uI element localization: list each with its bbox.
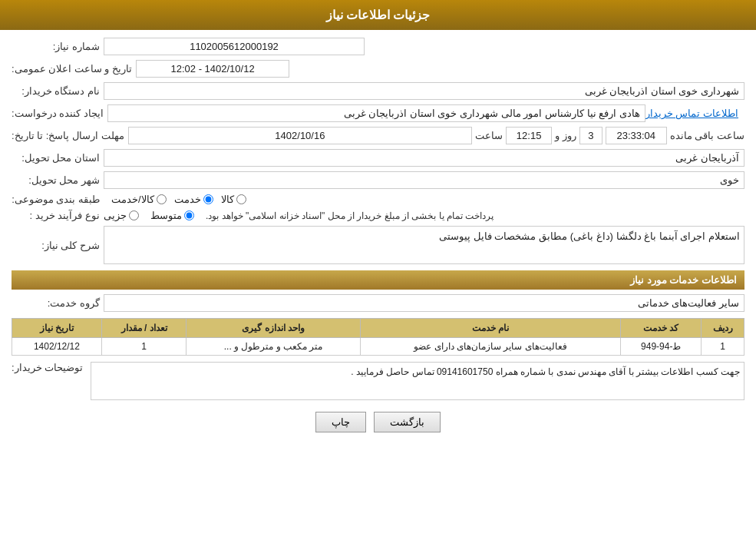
nooe-farayand-row: نوع فرآیند خرید : جزیی متوسط پرداخت تمام… bbox=[12, 210, 744, 221]
mohlat-date-value: 1402/10/16 bbox=[128, 127, 472, 144]
tabaqe-kala-khadamat-radio[interactable] bbox=[157, 194, 167, 204]
buyer-notes-label: توضیحات خریدار: bbox=[12, 362, 87, 373]
ijad-konande-value: هادی ارفع نیا کارشناس امور مالی شهرداری … bbox=[107, 104, 645, 122]
shahr-label: شهر محل تحویل: bbox=[12, 174, 104, 186]
page-title: جزئیات اطلاعات نیاز bbox=[326, 8, 431, 22]
sharh-label: شرح کلی نیاز: bbox=[12, 240, 104, 251]
nam-dastgah-label: نام دستگاه خریدار: bbox=[12, 85, 104, 97]
ostan-row: استان محل تحویل: آذربایجان غربی bbox=[12, 149, 744, 167]
bazgasht-button[interactable]: بازگشت bbox=[374, 412, 441, 432]
shomara-niaz-label: شماره نیاز: bbox=[12, 41, 104, 52]
page-header: جزئیات اطلاعات نیاز bbox=[0, 0, 756, 30]
ijad-konande-label: ایجاد کننده درخواست: bbox=[12, 108, 107, 119]
col-radif: ردیف bbox=[702, 319, 744, 338]
ettelaat-header: اطلاعات خدمات مورد نیاز bbox=[12, 270, 744, 290]
ostan-value: آذربایجان غربی bbox=[104, 149, 744, 167]
baqi-mande-label: ساعت باقی مانده bbox=[670, 130, 744, 141]
button-row: بازگشت چاپ bbox=[12, 412, 744, 432]
tabaqe-kala-radio[interactable] bbox=[236, 194, 246, 204]
sharh-value: استعلام اجرای آبنما باغ دلگشا (داغ باغی)… bbox=[104, 226, 744, 264]
col-code: کد خدمت bbox=[621, 319, 702, 338]
nooe-jozyi-option[interactable]: جزیی bbox=[104, 210, 139, 221]
col-name: نام خدمت bbox=[360, 319, 621, 338]
table-cell-radif: 1 bbox=[702, 338, 744, 356]
tabaqe-row: طبقه بندی موضوعی: کالا/خدمت خدمت کالا bbox=[12, 194, 744, 205]
nooe-mottaset-option[interactable]: متوسط bbox=[150, 210, 194, 221]
table-cell-name: فعالیت‌های سایر سازمان‌های دارای عضو bbox=[360, 338, 621, 356]
tarikhe-elan-row: تاریخ و ساعت اعلان عمومی: 1402/10/12 - 1… bbox=[12, 60, 744, 78]
nam-dastgah-row: نام دستگاه خریدار: شهرداری خوی استان اذر… bbox=[12, 82, 744, 100]
col-vahed: واحد اندازه گیری bbox=[187, 319, 361, 338]
col-tedad: تعداد / مقدار bbox=[101, 319, 186, 338]
baqi-mande-value: 23:33:04 bbox=[606, 127, 667, 144]
nooe-jozyi-radio[interactable] bbox=[129, 210, 139, 220]
mohlat-roz-label: روز و bbox=[555, 130, 576, 141]
shomara-niaz-row: شماره نیاز: 1102005612000192 bbox=[12, 38, 744, 55]
mohlat-label: مهلت ارسال پاسخ: تا تاریخ: bbox=[12, 130, 128, 141]
nooe-farayand-label: نوع فرآیند خرید : bbox=[12, 210, 104, 221]
nam-dastgah-value: شهرداری خوی استان اذربایجان غربی bbox=[104, 82, 744, 100]
ostan-label: استان محل تحویل: bbox=[12, 152, 104, 164]
nooe-note: پرداخت تمام یا بخشی از مبلغ خریدار از مح… bbox=[206, 210, 494, 221]
services-table: ردیف کد خدمت نام خدمت واحد اندازه گیری ت… bbox=[12, 318, 744, 356]
gorohe-label: گروه خدمت: bbox=[12, 297, 104, 309]
mohlat-row: مهلت ارسال پاسخ: تا تاریخ: 1402/10/16 سا… bbox=[12, 127, 744, 144]
buyer-notes-section: توضیحات خریدار: جهت کسب اطلاعات بیشتر با… bbox=[12, 362, 744, 400]
shomara-niaz-value: 1102005612000192 bbox=[104, 38, 365, 55]
col-tarikh: تاریخ نیاز bbox=[12, 319, 102, 338]
ijad-konande-row: ایجاد کننده درخواست: هادی ارفع نیا کارشن… bbox=[12, 104, 744, 122]
tabaqe-khadamat-option[interactable]: خدمت bbox=[174, 194, 213, 205]
mohlat-roz-value: 3 bbox=[579, 127, 602, 144]
tabaqe-kala-option[interactable]: کالا bbox=[221, 194, 246, 205]
tarikhe-elan-label: تاریخ و ساعت اعلان عمومی: bbox=[12, 63, 136, 75]
tabaqe-kala-khadamat-option[interactable]: کالا/خدمت bbox=[111, 194, 167, 205]
chap-button[interactable]: چاپ bbox=[315, 412, 366, 432]
gorohe-row: گروه خدمت: سایر فعالیت‌های خدماتی bbox=[12, 294, 744, 312]
sharh-row: شرح کلی نیاز: استعلام اجرای آبنما باغ دل… bbox=[12, 226, 744, 264]
nooe-mottaset-radio[interactable] bbox=[184, 210, 194, 220]
shahr-value: خوی bbox=[104, 171, 744, 189]
table-cell-tarikh: 1402/12/12 bbox=[12, 338, 102, 356]
table-cell-tedad: 1 bbox=[101, 338, 186, 356]
table-cell-vahed: متر مکعب و مترطول و ... bbox=[187, 338, 361, 356]
ettelaat-tamas-link[interactable]: اطلاعات تماس خریدار bbox=[645, 108, 738, 119]
shahr-row: شهر محل تحویل: خوی bbox=[12, 171, 744, 189]
table-row: 1ط-94-949فعالیت‌های سایر سازمان‌های دارا… bbox=[12, 338, 744, 356]
services-table-section: ردیف کد خدمت نام خدمت واحد اندازه گیری ت… bbox=[12, 318, 744, 356]
mohlat-saat-value: 12:15 bbox=[506, 127, 552, 144]
mohlat-saat-label: ساعت bbox=[475, 130, 503, 141]
gorohe-value: سایر فعالیت‌های خدماتی bbox=[104, 294, 744, 312]
buyer-notes-value: جهت کسب اطلاعات بیشتر با آقای مهندس نمدی… bbox=[91, 362, 744, 400]
tabaqe-khadamat-radio[interactable] bbox=[203, 194, 213, 204]
tabaqe-label: طبقه بندی موضوعی: bbox=[12, 194, 104, 205]
tarikhe-elan-value: 1402/10/12 - 12:02 bbox=[136, 60, 289, 78]
table-cell-code: ط-94-949 bbox=[621, 338, 702, 356]
